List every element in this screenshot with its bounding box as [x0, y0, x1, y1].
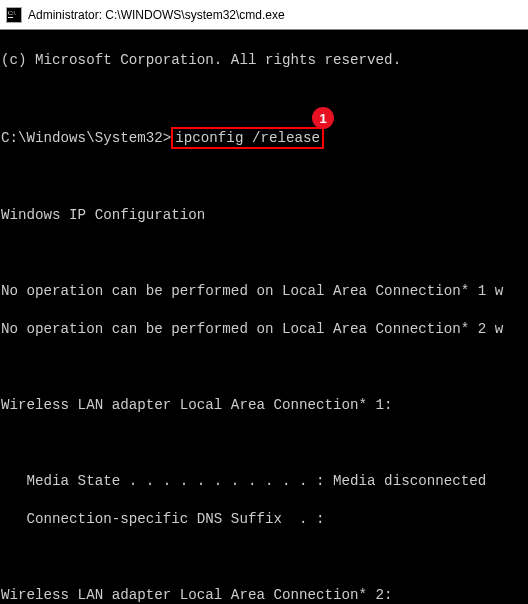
svg-rect-3	[8, 17, 13, 18]
blank-line	[1, 89, 528, 108]
ipconfig-header: Windows IP Configuration	[1, 206, 528, 225]
prompt-prefix: C:\Windows\System32>	[1, 130, 171, 146]
dns-suffix-line: Connection-specific DNS Suffix . :	[1, 510, 528, 529]
command-text: ipconfig /release	[175, 130, 320, 146]
noop-line: No operation can be performed on Local A…	[1, 282, 528, 301]
noop-line: No operation can be performed on Local A…	[1, 320, 528, 339]
blank-line	[1, 358, 528, 377]
blank-line	[1, 168, 528, 187]
prompt-line-1: C:\Windows\System32>ipconfig /release1	[1, 127, 528, 149]
terminal-output[interactable]: (c) Microsoft Corporation. All rights re…	[0, 30, 528, 604]
command-highlight-1: ipconfig /release1	[171, 127, 324, 149]
adapter-header: Wireless LAN adapter Local Area Connecti…	[1, 396, 528, 415]
copyright-line: (c) Microsoft Corporation. All rights re…	[1, 51, 528, 70]
blank-line	[1, 434, 528, 453]
media-state-line: Media State . . . . . . . . . . . : Medi…	[1, 472, 528, 491]
cmd-icon: C:\	[6, 7, 22, 23]
blank-line	[1, 548, 528, 567]
svg-text:C:\: C:\	[8, 10, 16, 16]
window-titlebar: C:\ Administrator: C:\WINDOWS\system32\c…	[0, 0, 528, 30]
window-title: Administrator: C:\WINDOWS\system32\cmd.e…	[28, 8, 285, 22]
adapter-header: Wireless LAN adapter Local Area Connecti…	[1, 586, 528, 604]
blank-line	[1, 244, 528, 263]
callout-badge-1: 1	[312, 107, 334, 129]
